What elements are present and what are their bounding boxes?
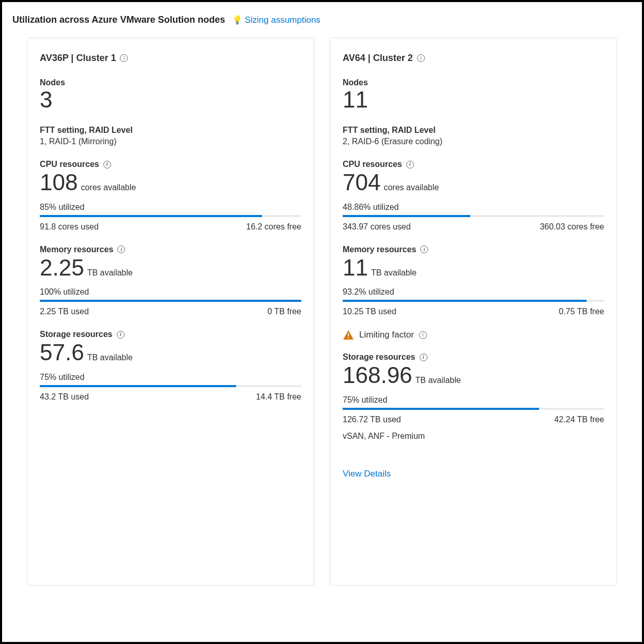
memory-unit: TB available — [87, 268, 133, 278]
storage-label: Storage resources — [40, 330, 113, 339]
lightbulb-icon: 💡 — [232, 15, 242, 25]
ftt-value: 2, RAID-6 (Erasure coding) — [343, 137, 604, 146]
storage-label: Storage resources — [343, 352, 416, 362]
cpu-value: 704 — [343, 170, 380, 195]
memory-label: Memory resources — [40, 245, 113, 254]
view-details-link[interactable]: View Details — [343, 469, 391, 479]
memory-used: 2.25 TB used — [40, 307, 89, 316]
limiting-factor-label: Limiting factor — [359, 330, 414, 340]
sizing-assumptions-link[interactable]: Sizing assumptions — [244, 15, 320, 25]
storage-used: 43.2 TB used — [40, 392, 89, 402]
storage-utilized: 75% utilized — [343, 395, 604, 405]
storage-progress-bar — [40, 385, 301, 387]
cpu-label: CPU resources — [343, 160, 402, 169]
ftt-label: FTT setting, RAID Level — [343, 126, 604, 135]
nodes-label: Nodes — [40, 78, 301, 87]
info-icon[interactable]: i — [117, 246, 125, 253]
info-icon[interactable]: i — [420, 246, 428, 253]
memory-utilized: 100% utilized — [40, 287, 301, 297]
memory-free: 0 TB free — [267, 307, 301, 316]
nodes-label: Nodes — [343, 78, 604, 87]
memory-unit: TB available — [371, 268, 417, 278]
storage-note: vSAN, ANF - Premium — [343, 432, 604, 441]
cluster-title: AV64 | Cluster 2 — [343, 53, 413, 64]
cpu-progress-fill — [40, 215, 262, 217]
memory-used: 10.25 TB used — [343, 307, 396, 316]
storage-value: 168.96 — [343, 363, 412, 388]
cluster-card-1: AV36P | Cluster 1 i Nodes 3 FTT setting,… — [27, 38, 314, 586]
info-icon[interactable]: i — [417, 54, 425, 62]
storage-value: 57.6 — [40, 340, 84, 365]
memory-value: 11 — [343, 255, 368, 280]
info-icon[interactable]: i — [419, 331, 427, 339]
info-icon[interactable]: i — [406, 161, 414, 168]
svg-rect-0 — [348, 333, 349, 336]
info-icon[interactable]: i — [117, 331, 125, 339]
warning-icon — [343, 330, 354, 340]
info-icon[interactable]: i — [120, 54, 128, 62]
cpu-progress-fill — [343, 215, 470, 217]
memory-utilized: 93.2% utilized — [343, 287, 604, 297]
storage-used: 126.72 TB used — [343, 415, 401, 424]
memory-label: Memory resources — [343, 245, 416, 254]
cpu-used: 91.8 cores used — [40, 222, 99, 232]
storage-unit: TB available — [416, 376, 461, 385]
nodes-value: 3 — [40, 87, 301, 112]
cpu-utilized: 48.86% utilized — [343, 203, 604, 212]
cpu-label: CPU resources — [40, 160, 99, 169]
svg-rect-1 — [348, 338, 349, 339]
cpu-used: 343.97 cores used — [343, 222, 411, 232]
cpu-progress-bar — [40, 215, 301, 217]
cpu-free: 16.2 cores free — [246, 222, 301, 232]
memory-progress-bar — [40, 300, 301, 302]
storage-progress-fill — [343, 408, 539, 410]
info-icon[interactable]: i — [420, 354, 427, 361]
storage-unit: TB available — [87, 353, 133, 362]
cpu-unit: cores available — [384, 183, 439, 192]
cluster-card-2: AV64 | Cluster 2 i Nodes 11 FTT setting,… — [330, 38, 617, 586]
memory-progress-fill — [40, 300, 301, 302]
cpu-utilized: 85% utilized — [40, 203, 301, 212]
cluster-title: AV36P | Cluster 1 — [40, 53, 116, 64]
cpu-unit: cores available — [81, 183, 136, 192]
cpu-progress-bar — [343, 215, 604, 217]
memory-progress-fill — [343, 300, 587, 302]
storage-free: 14.4 TB free — [256, 392, 301, 402]
page-title: Utilization across Azure VMware Solution… — [12, 14, 225, 25]
info-icon[interactable]: i — [103, 161, 111, 168]
storage-progress-fill — [40, 385, 236, 387]
limiting-factor-row: Limiting factor i — [343, 330, 604, 340]
memory-free: 0.75 TB free — [559, 307, 604, 316]
memory-value: 2.25 — [40, 255, 84, 280]
storage-progress-bar — [343, 408, 604, 410]
storage-utilized: 75% utilized — [40, 373, 301, 382]
storage-free: 42.24 TB free — [554, 415, 604, 424]
cpu-value: 108 — [40, 170, 78, 195]
memory-progress-bar — [343, 300, 604, 302]
ftt-value: 1, RAID-1 (Mirroring) — [40, 137, 301, 146]
page-header: Utilization across Azure VMware Solution… — [12, 14, 632, 25]
nodes-value: 11 — [343, 87, 604, 112]
ftt-label: FTT setting, RAID Level — [40, 126, 301, 135]
cpu-free: 360.03 cores free — [540, 222, 604, 232]
